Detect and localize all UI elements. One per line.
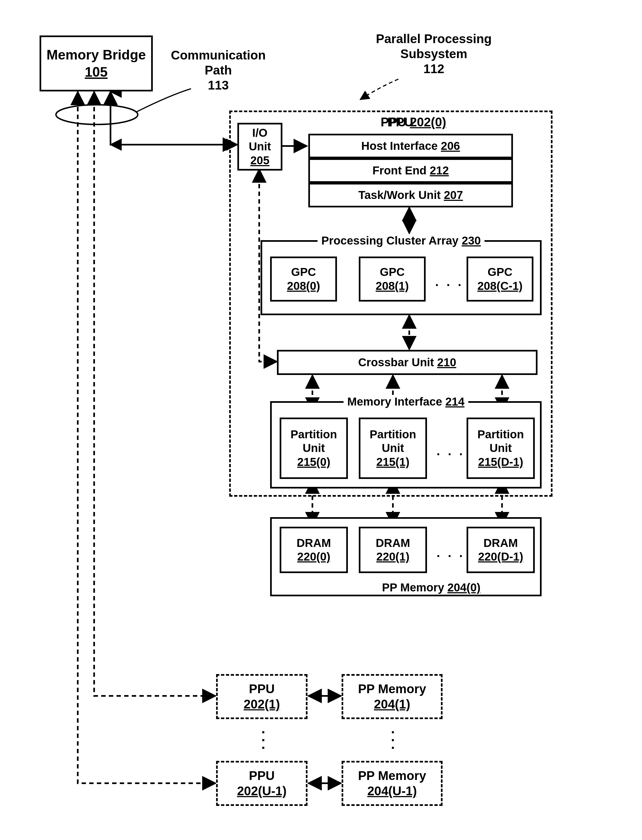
pu0-l2: Unit: [303, 441, 325, 455]
ppmem-vellipsis: . . .: [389, 725, 397, 748]
memif-text: Memory Interface: [347, 395, 445, 408]
crossbar-label: Crossbar Unit 210: [358, 355, 456, 369]
ppu0-title2: PPU 202(0): [381, 115, 446, 130]
ppmem1-name: PP Memory: [358, 681, 426, 696]
subsystem-l1: Parallel Processing: [368, 31, 499, 46]
pca-text: Processing Cluster Array: [321, 234, 462, 247]
vdot3b: .: [389, 740, 397, 748]
subsystem-ref: 112: [368, 62, 499, 76]
dramD-ref: 220(D-1): [478, 550, 523, 564]
ppu1-ref: 202(1): [244, 697, 280, 712]
gpc0-ref: 208(0): [287, 279, 320, 293]
ppmem0-title: PP Memory 204(0): [382, 581, 480, 594]
memif-title: Memory Interface 214: [344, 395, 469, 408]
host-if-ref: 206: [441, 139, 460, 152]
ppu-vellipsis: . . .: [259, 725, 268, 748]
partition1-box: Partition Unit 215(1): [359, 418, 427, 479]
host-interface-box: Host Interface 206: [308, 134, 513, 158]
host-if-text: Host Interface: [361, 139, 441, 152]
dram-ellipsis: . . .: [436, 545, 465, 560]
gpc1-ref: 208(1): [376, 279, 409, 293]
pu1-l2: Unit: [382, 441, 404, 455]
ppmem1-ref: 204(1): [374, 697, 410, 712]
io-unit-box: I/O Unit 205: [237, 123, 282, 170]
gpc0-box: GPC 208(0): [270, 256, 337, 302]
io-unit-l1: I/O: [252, 126, 268, 140]
gpc0-name: GPC: [291, 265, 316, 279]
dram1-box: DRAM 220(1): [359, 527, 427, 573]
front-end-box: Front End 212: [308, 158, 513, 183]
memory-bridge-label: Memory Bridge: [47, 46, 146, 63]
crossbar-box: Crossbar Unit 210: [277, 350, 538, 375]
dram1-ref: 220(1): [376, 550, 409, 564]
pca-title: Processing Cluster Array 230: [318, 234, 485, 247]
diagram-canvas: Memory Bridge 105 Communication Path 113…: [0, 0, 642, 840]
memory-bridge-ref: 105: [85, 63, 107, 81]
front-end-label: Front End 212: [373, 164, 449, 177]
task-work-ref: 207: [444, 188, 463, 201]
gpc-ellipsis: . . .: [435, 274, 464, 289]
task-work-box: Task/Work Unit 207: [308, 183, 513, 208]
gpcC-ref: 208(C-1): [477, 279, 523, 293]
pca-ref: 230: [462, 234, 481, 247]
gpcC-name: GPC: [488, 265, 512, 279]
ppmemU-box: PP Memory 204(U-1): [342, 761, 443, 806]
crossbar-ref: 210: [437, 356, 456, 369]
ppu1-name: PPU: [249, 681, 275, 696]
host-interface-label: Host Interface 206: [361, 139, 460, 153]
dram0-name: DRAM: [297, 536, 331, 550]
comm-path-l1: Communication: [167, 48, 270, 63]
subsystem-l2: Subsystem: [368, 46, 499, 62]
dramD-name: DRAM: [483, 536, 518, 550]
io-unit-ref: 205: [250, 154, 269, 167]
pu0-ref: 215(0): [297, 455, 330, 469]
subsystem-label: Parallel Processing Subsystem 112: [368, 31, 499, 77]
dram0-box: DRAM 220(0): [280, 527, 348, 573]
dram1-name: DRAM: [376, 536, 410, 550]
ppuU-box: PPU 202(U-1): [216, 761, 308, 806]
ppmem0-ref: 204(0): [447, 581, 480, 594]
partition-ellipsis: . . .: [436, 443, 465, 458]
io-unit-l2: Unit: [249, 140, 271, 153]
task-work-label: Task/Work Unit 207: [358, 188, 463, 202]
partitionD-box: Partition Unit 215(D-1): [467, 418, 535, 479]
gpc1-box: GPC 208(1): [359, 256, 426, 302]
task-work-text: Task/Work Unit: [358, 188, 444, 201]
ppu1-box: PPU 202(1): [216, 674, 308, 719]
pu1-ref: 215(1): [376, 455, 409, 469]
puD-ref: 215(D-1): [478, 455, 523, 469]
comm-path-label: Communication Path 113: [167, 48, 270, 93]
pu0-l1: Partition: [290, 428, 337, 441]
puD-l2: Unit: [490, 441, 512, 455]
ppuU-ref: 202(U-1): [237, 783, 287, 798]
comm-path-ref: 113: [167, 78, 270, 93]
front-end-text: Front End: [373, 164, 430, 177]
vdot3a: .: [259, 740, 268, 748]
ppmem0-text: PP Memory: [382, 581, 447, 594]
front-end-ref: 212: [430, 164, 449, 177]
memif-ref: 214: [445, 395, 464, 408]
pu1-l1: Partition: [370, 428, 416, 441]
memory-bridge-box: Memory Bridge 105: [40, 36, 153, 91]
ppmem1-box: PP Memory 204(1): [342, 674, 443, 719]
puD-l1: Partition: [477, 428, 524, 441]
comm-path-l2: Path: [167, 63, 270, 78]
ppmemU-name: PP Memory: [358, 768, 426, 783]
gpc1-name: GPC: [380, 265, 405, 279]
svg-point-0: [56, 105, 138, 125]
partition0-box: Partition Unit 215(0): [280, 418, 348, 479]
ppuU-name: PPU: [249, 768, 275, 783]
ppmemU-ref: 204(U-1): [367, 783, 417, 798]
gpcC-box: GPC 208(C-1): [467, 256, 533, 302]
crossbar-text: Crossbar Unit: [358, 356, 437, 369]
dram0-ref: 220(0): [297, 550, 330, 564]
dramD-box: DRAM 220(D-1): [467, 527, 535, 573]
